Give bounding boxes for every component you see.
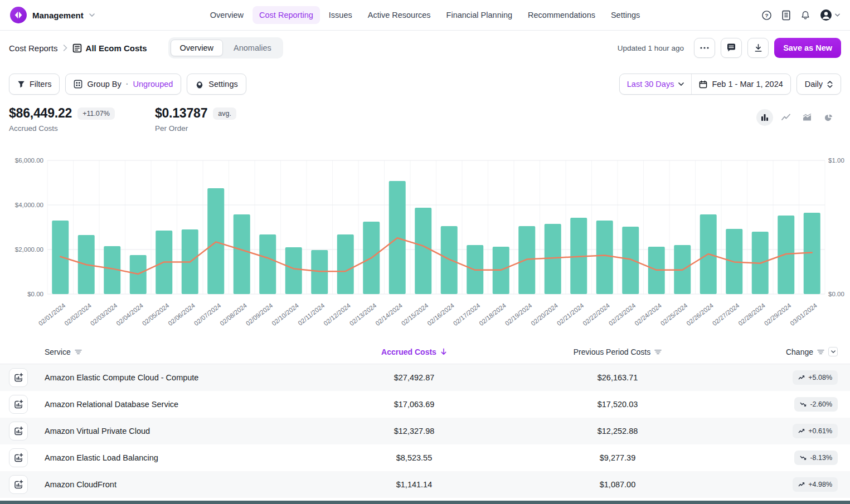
x-axis-date-label: 02/19/2024 [504,302,533,327]
comments-button[interactable] [721,38,742,58]
filters-button[interactable]: Filters [9,74,60,95]
calendar-icon [699,80,707,89]
accrued-cost-value: $17,063.69 [312,400,516,409]
service-name[interactable]: Amazon Relational Database Service [45,400,312,409]
accrued-costs-label: Accrued Costs [9,124,115,133]
group-by-value: Ungrouped [133,80,173,89]
chart-bar[interactable] [518,226,535,294]
report-toolbar: Filters Group By · Ungrouped Settings La… [0,74,850,95]
date-preset-dropdown[interactable]: Last 30 Days [620,74,692,94]
toolbar-left: Filters Group By · Ungrouped Settings [9,74,246,95]
chevron-down-icon [835,13,840,17]
left-axis-tick: $2,000.00 [15,246,43,253]
trend-up-icon [798,482,805,487]
x-axis-date-label: 02/16/2024 [426,302,455,327]
chart-bar[interactable] [311,250,328,294]
breadcrumb: Cost Reports All Ecom Costs [9,43,147,53]
help-icon[interactable]: ? [761,10,772,21]
x-axis-date-label: 02/11/2024 [297,302,326,327]
chart-bar[interactable] [545,224,561,294]
download-button[interactable] [747,38,769,58]
chart-bar[interactable] [415,208,431,294]
nav-item-financial-planning[interactable]: Financial Planning [440,6,519,24]
chart-bar[interactable] [337,234,354,294]
line-chart-type-button[interactable] [778,109,794,126]
service-name[interactable]: Amazon Elastic Compute Cloud - Compute [45,373,312,382]
nav-item-issues[interactable]: Issues [322,6,359,24]
chart-bar[interactable] [259,234,276,294]
nav-item-active-resources[interactable]: Active Resources [361,6,438,24]
previous-period-value: $26,163.71 [516,373,719,382]
save-as-new-button[interactable]: Save as New [774,38,841,58]
change-options-dropdown[interactable] [828,347,838,356]
sort-desc-arrow-icon [440,348,447,355]
add-to-chart-icon [13,479,23,490]
nav-item-overview[interactable]: Overview [203,6,250,24]
breadcrumb-cost-reports[interactable]: Cost Reports [9,43,58,53]
report-title: All Ecom Costs [72,43,147,53]
x-axis-date-label: 02/17/2024 [452,302,482,327]
change-badge: +5.08% [793,370,838,385]
accrued-change-badge: +11.07% [77,107,115,120]
nav-item-recommendations[interactable]: Recommendations [521,6,602,24]
accrued-cost-value: $27,492.87 [312,373,516,382]
x-axis-date-label: 02/08/2024 [218,302,248,327]
report-header: Cost Reports All Ecom Costs OverviewAnom… [0,31,850,65]
x-axis-date-label: 02/09/2024 [245,302,274,327]
x-axis-date-label: 02/28/2024 [737,302,766,327]
x-axis-date-label: 02/23/2024 [608,302,637,327]
workspace-switcher[interactable]: Management [10,7,95,23]
previous-period-value: $1,087.00 [516,480,719,489]
more-options-button[interactable] [694,38,715,58]
change-badge: +4.98% [793,477,838,492]
column-header-accrued-costs[interactable]: Accrued Costs [312,348,516,356]
nav-item-settings[interactable]: Settings [604,6,647,24]
bar-chart-type-button[interactable] [756,109,773,126]
accrued-cost-value: $8,523.55 [312,453,516,462]
tab-anomalies[interactable]: Anomalies [224,40,281,56]
chart-bar[interactable] [234,214,250,294]
filter-lines-icon [75,349,82,355]
x-axis-date-label: 02/24/2024 [633,302,663,327]
column-header-change[interactable]: Change [719,347,850,356]
left-axis-tick: $4,000.00 [15,202,43,208]
column-header-service[interactable]: Service [45,348,312,356]
service-name[interactable]: Amazon Virtual Private Cloud [45,427,312,436]
chart-bar[interactable] [596,221,613,294]
settings-button[interactable]: Settings [187,74,246,95]
service-name[interactable]: Amazon Elastic Load Balancing [45,453,312,462]
nav-item-cost-reporting[interactable]: Cost Reporting [252,6,320,24]
group-by-button[interactable]: Group By · Ungrouped [65,74,181,95]
service-name[interactable]: Amazon CloudFront [45,480,312,489]
changelog-icon[interactable] [781,10,791,21]
x-axis-date-label: 02/22/2024 [581,302,611,327]
chart-bar[interactable] [441,226,458,294]
up-down-chevrons-icon [827,81,833,88]
gear-icon [195,80,204,89]
trend-up-icon [798,375,805,380]
per-order-value: $0.13787 [155,106,207,121]
chart-bar[interactable] [622,227,639,294]
add-to-chart-button[interactable] [9,475,28,494]
chart-bar[interactable] [285,247,302,294]
accrued-costs-stat: $86,449.22 +11.07% Accrued Costs [9,106,115,133]
chart-bar[interactable] [778,216,794,294]
notifications-bell-icon[interactable] [800,10,810,21]
add-to-chart-button[interactable] [9,395,28,414]
date-range-control: Last 30 Days Feb 1 - Mar 1, 2024 [619,74,791,95]
account-menu[interactable] [820,9,840,21]
tab-overview[interactable]: Overview [171,40,223,56]
chevron-right-icon [63,45,67,51]
date-range-picker[interactable]: Feb 1 - Mar 1, 2024 [691,74,790,94]
area-chart-type-button[interactable] [799,109,815,126]
add-to-chart-button[interactable] [9,368,28,387]
accrued-cost-value: $12,327.98 [312,427,516,436]
add-to-chart-button[interactable] [9,422,28,441]
toolbar-right: Last 30 Days Feb 1 - Mar 1, 2024 Daily [619,74,841,95]
add-to-chart-button[interactable] [9,448,28,467]
granularity-select[interactable]: Daily [796,74,841,95]
pie-chart-type-button[interactable] [820,109,837,126]
column-header-previous-period[interactable]: Previous Period Costs [516,348,719,356]
chart-bar[interactable] [207,188,224,294]
accrued-cost-value: $1,141.14 [312,480,516,489]
